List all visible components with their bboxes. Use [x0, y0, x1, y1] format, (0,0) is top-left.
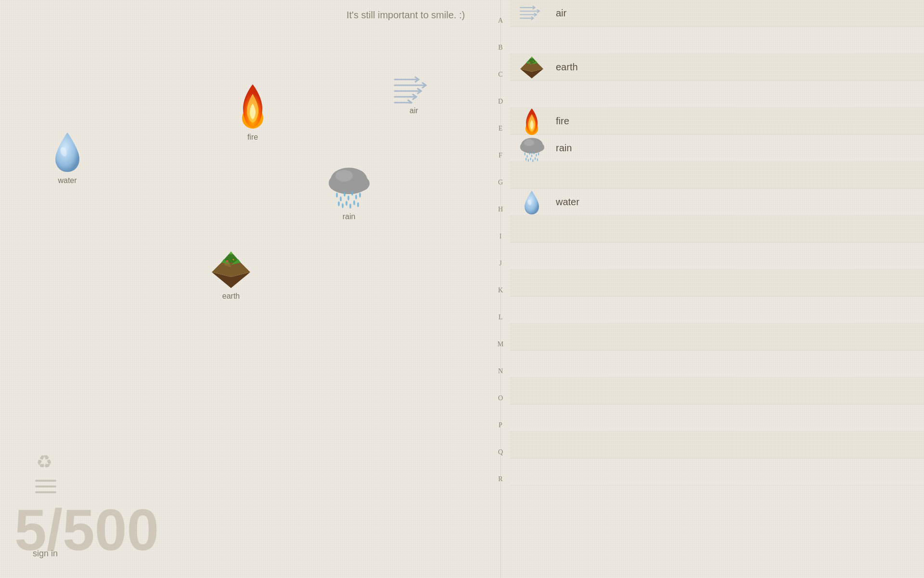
water-icon: [51, 130, 84, 173]
canvas-element-earth[interactable]: earth: [207, 250, 255, 301]
canvas-earth-label: earth: [222, 292, 240, 301]
svg-point-60: [533, 151, 534, 154]
svg-point-6: [335, 170, 353, 182]
svg-point-61: [536, 154, 537, 157]
svg-point-68: [537, 158, 538, 161]
sidebar-section-n: [510, 351, 924, 378]
canvas-fire-label: fire: [247, 133, 258, 142]
earth-icon: [207, 250, 255, 289]
sidebar-section-g: [510, 162, 924, 189]
sidebar-section-o: [510, 378, 924, 405]
water-icon: [522, 188, 542, 217]
svg-point-10: [347, 196, 349, 200]
fire-sidebar-label: fire: [556, 116, 569, 127]
svg-text:♻: ♻: [36, 452, 52, 472]
svg-point-49: [533, 61, 534, 62]
svg-marker-30: [229, 251, 233, 254]
fire-icon: [236, 82, 270, 130]
water-sidebar-label: water: [556, 197, 579, 208]
right-sidebar: air earth: [500, 0, 924, 578]
svg-point-56: [524, 152, 525, 155]
svg-point-58: [529, 152, 530, 155]
canvas-element-rain[interactable]: rain: [322, 161, 375, 221]
air-icon-container: [515, 1, 549, 26]
menu-icon: [34, 477, 58, 496]
canvas-air-label: air: [410, 106, 418, 115]
sign-in-link[interactable]: sign in: [33, 549, 58, 559]
canvas-element-fire[interactable]: fire: [236, 82, 270, 142]
sidebar-section-b: [510, 27, 924, 54]
rain-icon: [516, 134, 548, 163]
svg-point-19: [357, 202, 359, 207]
svg-point-48: [529, 62, 530, 63]
svg-point-64: [527, 158, 528, 161]
rain-icon-container: [515, 136, 549, 160]
sidebar-section-i: [510, 216, 924, 243]
svg-point-18: [353, 200, 355, 205]
svg-marker-47: [530, 56, 533, 58]
svg-point-63: [525, 158, 526, 160]
svg-point-65: [530, 157, 531, 160]
sidebar-section-l: [510, 297, 924, 324]
fire-icon-container: [515, 109, 549, 133]
sidebar-section-e[interactable]: fire: [510, 108, 924, 135]
svg-point-59: [531, 154, 532, 157]
svg-point-12: [355, 195, 357, 199]
sidebar-section-c[interactable]: earth: [510, 54, 924, 81]
earth-sidebar-label: earth: [556, 62, 578, 73]
svg-point-66: [532, 159, 533, 162]
water-icon-container: [515, 190, 549, 214]
recycle-icon: ♻: [34, 449, 58, 473]
svg-point-15: [342, 203, 344, 208]
air-icon: [519, 4, 545, 23]
canvas-rain-label: rain: [343, 212, 356, 221]
sidebar-section-a[interactable]: air: [510, 0, 924, 27]
sidebar-section-d: [510, 81, 924, 108]
svg-point-62: [538, 152, 539, 155]
svg-point-9: [344, 192, 346, 197]
svg-point-8: [340, 197, 342, 201]
svg-point-13: [359, 193, 361, 197]
svg-point-67: [534, 157, 535, 160]
svg-point-7: [336, 193, 338, 197]
sidebar-section-k: [510, 270, 924, 297]
svg-point-32: [226, 260, 228, 262]
sidebar-section-q: [510, 432, 924, 459]
svg-point-11: [351, 191, 353, 196]
sidebar-section-f[interactable]: rain: [510, 135, 924, 162]
svg-point-16: [346, 201, 347, 206]
sidebar-section-m: [510, 324, 924, 351]
reset-area[interactable]: ♻: [34, 449, 58, 496]
svg-point-57: [526, 155, 527, 158]
sidebar-section-p: [510, 405, 924, 432]
canvas-element-air[interactable]: air: [392, 75, 436, 115]
air-sidebar-label: air: [556, 8, 566, 19]
elements-list: air earth: [510, 0, 924, 578]
fire-icon: [520, 107, 544, 136]
earth-icon-container: [515, 55, 549, 79]
canvas-water-label: water: [58, 176, 77, 185]
svg-point-33: [233, 259, 234, 261]
canvas-element-water[interactable]: water: [51, 130, 84, 185]
svg-point-17: [349, 204, 351, 209]
sidebar-section-j: [510, 243, 924, 270]
rain-sidebar-label: rain: [556, 143, 572, 154]
rain-icon: [322, 161, 375, 210]
air-icon: [392, 75, 436, 104]
main-canvas: fire water: [0, 0, 500, 578]
earth-icon: [517, 55, 546, 79]
sidebar-section-r: [510, 459, 924, 486]
svg-point-55: [524, 139, 534, 146]
sidebar-section-h[interactable]: water: [510, 189, 924, 216]
svg-point-14: [338, 201, 340, 206]
